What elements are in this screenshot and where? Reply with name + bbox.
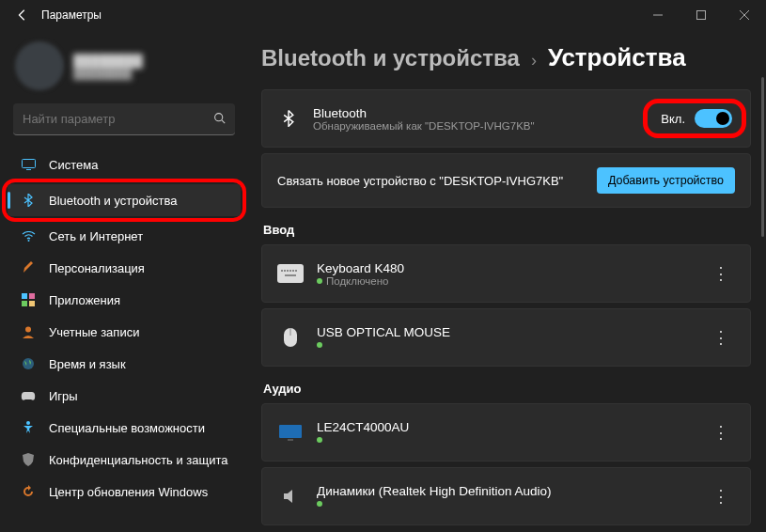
close-button[interactable] — [723, 0, 766, 30]
search-box[interactable] — [13, 103, 235, 135]
monitor-icon — [277, 423, 304, 442]
accessibility-icon — [21, 420, 36, 435]
svg-rect-6 — [22, 160, 35, 168]
svg-rect-11 — [22, 301, 27, 306]
sidebar-item-time-language[interactable]: Время и язык — [8, 348, 241, 380]
svg-rect-21 — [295, 270, 297, 272]
brush-icon — [21, 260, 36, 275]
svg-rect-12 — [29, 301, 35, 306]
account-icon — [21, 324, 36, 339]
device-status — [317, 339, 694, 351]
device-status — [317, 434, 694, 446]
device-row-keyboard[interactable]: Keyboard K480 Подключено ⋮ — [261, 244, 751, 303]
bluetooth-subtitle: Обнаруживаемый как "DESKTOP-IVHG7KB" — [313, 120, 630, 132]
arrow-left-icon — [16, 8, 29, 22]
toggle-label: Вкл. — [661, 112, 685, 126]
more-button[interactable]: ⋮ — [707, 486, 735, 507]
sidebar-item-system[interactable]: Система — [8, 149, 241, 180]
device-row-mouse[interactable]: USB OPTICAL MOUSE ⋮ — [261, 308, 751, 367]
svg-rect-10 — [29, 293, 35, 299]
svg-rect-26 — [288, 439, 293, 441]
device-name: USB OPTICAL MOUSE — [317, 325, 694, 339]
main-panel: Bluetooth и устройства › Устройства Blue… — [244, 30, 766, 532]
svg-rect-17 — [284, 270, 286, 272]
close-icon — [740, 10, 749, 20]
search-input[interactable] — [23, 112, 213, 126]
sidebar-item-accounts[interactable]: Учетные записи — [8, 316, 241, 348]
section-label-audio: Аудио — [263, 382, 751, 396]
svg-point-4 — [215, 113, 223, 120]
page-title: Устройства — [548, 43, 686, 72]
sidebar-item-label: Bluetooth и устройства — [49, 194, 177, 208]
sidebar-item-network[interactable]: Сеть и Интернет — [8, 220, 241, 252]
sidebar-item-update[interactable]: Центр обновления Windows — [8, 476, 241, 508]
window-controls — [636, 0, 766, 30]
sidebar-item-gaming[interactable]: Игры — [8, 380, 241, 412]
svg-rect-19 — [289, 270, 291, 272]
sidebar-item-privacy[interactable]: Конфиденциальность и защита — [8, 444, 241, 476]
device-name: Динамики (Realtek High Definition Audio) — [317, 484, 694, 498]
minimize-icon — [653, 10, 663, 20]
mouse-icon — [277, 328, 304, 347]
keyboard-icon — [277, 264, 304, 283]
bluetooth-toggle[interactable] — [695, 109, 732, 128]
bluetooth-card: Bluetooth Обнаруживаемый как "DESKTOP-IV… — [261, 89, 751, 148]
device-status — [317, 498, 694, 509]
more-button[interactable]: ⋮ — [707, 422, 735, 443]
svg-line-5 — [222, 119, 225, 122]
sidebar-item-label: Персонализация — [49, 261, 145, 275]
svg-rect-16 — [281, 270, 283, 272]
svg-rect-9 — [22, 293, 27, 299]
sidebar-item-apps[interactable]: Приложения — [8, 284, 241, 316]
svg-rect-20 — [292, 270, 294, 272]
sidebar-item-label: Конфиденциальность и защита — [49, 453, 228, 467]
sidebar-item-label: Специальные возможности — [49, 421, 205, 435]
add-device-button[interactable]: Добавить устройство — [597, 167, 735, 194]
svg-rect-25 — [279, 425, 302, 438]
sidebar-item-label: Игры — [49, 389, 78, 403]
pair-card: Связать новое устройство с "DESKTOP-IVHG… — [261, 153, 751, 208]
more-button[interactable]: ⋮ — [707, 263, 735, 284]
profile-name: ████████ — [73, 54, 143, 68]
sidebar-item-label: Система — [49, 158, 98, 172]
shield-icon — [21, 452, 36, 467]
status-dot-icon — [317, 437, 322, 443]
scrollbar[interactable] — [761, 77, 764, 237]
maximize-button[interactable] — [680, 0, 723, 30]
update-icon — [21, 484, 36, 499]
status-dot-icon — [317, 501, 322, 507]
system-icon — [21, 157, 36, 172]
svg-point-14 — [23, 358, 34, 369]
more-button[interactable]: ⋮ — [707, 327, 735, 348]
sidebar-item-label: Центр обновления Windows — [49, 485, 208, 499]
globe-icon — [21, 356, 36, 371]
window-title: Параметры — [41, 8, 102, 22]
section-label-input: Ввод — [263, 223, 751, 237]
svg-rect-18 — [287, 270, 289, 272]
sidebar-item-label: Приложения — [49, 293, 120, 307]
sidebar-nav: Система Bluetooth и устройства Сеть и Ин… — [8, 149, 241, 508]
device-row-speakers[interactable]: Динамики (Realtek High Definition Audio)… — [261, 467, 751, 525]
device-name: LE24CT4000AU — [317, 420, 694, 434]
device-row-monitor[interactable]: LE24CT4000AU ⋮ — [261, 403, 751, 462]
minimize-button[interactable] — [636, 0, 680, 30]
svg-rect-22 — [285, 274, 296, 276]
svg-point-8 — [27, 240, 29, 242]
sidebar-item-bluetooth[interactable]: Bluetooth и устройства — [8, 184, 241, 216]
svg-point-13 — [25, 327, 31, 333]
svg-rect-1 — [697, 11, 706, 20]
bluetooth-icon — [21, 193, 36, 208]
avatar — [15, 41, 64, 90]
bluetooth-icon — [277, 110, 300, 127]
profile-block[interactable]: ████████ ████████ — [8, 38, 241, 103]
wifi-icon — [21, 228, 36, 243]
sidebar-item-label: Учетные записи — [49, 325, 139, 339]
pair-text: Связать новое устройство с "DESKTOP-IVHG… — [277, 174, 563, 188]
speaker-icon — [277, 487, 304, 506]
breadcrumb-parent[interactable]: Bluetooth и устройства — [261, 45, 520, 71]
sidebar-item-accessibility[interactable]: Специальные возможности — [8, 412, 241, 444]
back-button[interactable] — [8, 0, 38, 30]
sidebar-item-label: Время и язык — [49, 357, 126, 371]
titlebar: Параметры — [0, 0, 766, 30]
sidebar-item-personalization[interactable]: Персонализация — [8, 252, 241, 284]
